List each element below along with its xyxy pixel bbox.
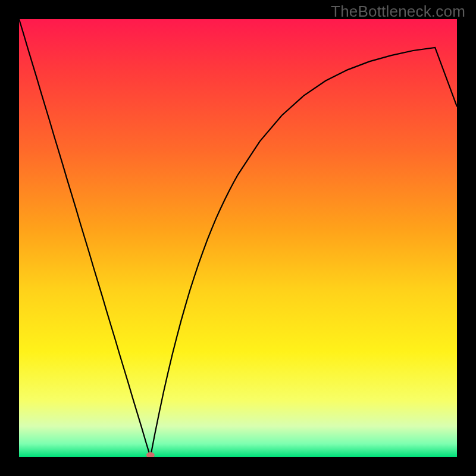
- chart-svg: [19, 19, 457, 457]
- chart-frame: TheBottleneck.com: [0, 0, 476, 476]
- plot-area: [19, 19, 457, 457]
- watermark-text: TheBottleneck.com: [331, 2, 465, 21]
